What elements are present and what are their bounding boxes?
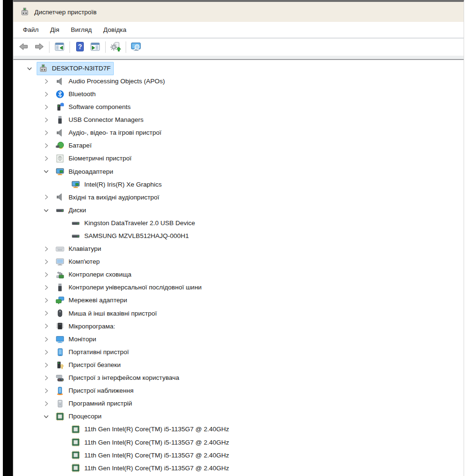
chevron-right-icon[interactable] [41, 282, 51, 293]
tree-item-content[interactable]: Батареї [53, 139, 94, 152]
chevron-right-icon[interactable] [41, 102, 51, 112]
tree-row[interactable]: Біометричні пристрої [13, 152, 464, 165]
menu-item-menu-action[interactable]: Дія [44, 24, 65, 36]
chevron-right-icon[interactable] [41, 386, 51, 396]
chevron-right-icon[interactable] [41, 347, 51, 357]
scan-hardware-changes-button[interactable] [108, 40, 123, 54]
tree-item-content[interactable]: USB Connector Managers [53, 113, 147, 127]
chevron-down-icon[interactable] [41, 166, 51, 177]
chevron-right-icon[interactable] [41, 89, 51, 99]
tree-item-content[interactable]: Intel(R) Iris(R) Xe Graphics [69, 178, 165, 191]
tree-item-content[interactable]: 11th Gen Intel(R) Core(TM) i5-1135G7 @ 2… [69, 436, 232, 449]
tree-item-content[interactable]: Пристрої безпеки [53, 358, 123, 372]
tree-item-content[interactable]: Відеоадаптери [53, 165, 116, 178]
chevron-right-icon[interactable] [41, 269, 51, 280]
forward-button[interactable] [31, 40, 47, 54]
tree-row[interactable]: 11th Gen Intel(R) Core(TM) i5-1135G7 @ 2… [13, 449, 464, 462]
tree-row[interactable]: Програмний пристрій [13, 397, 464, 410]
tree-item-content[interactable]: Клавіатури [53, 242, 104, 256]
tree-row[interactable]: Intel(R) Iris(R) Xe Graphics [13, 178, 464, 191]
search-computer-button[interactable] [129, 40, 144, 54]
tree-item-content[interactable]: Біометричні пристрої [53, 152, 134, 165]
tree-row[interactable]: Монітори [13, 333, 464, 346]
tree-item-content[interactable]: DESKTOP-N3ITD7F [37, 62, 114, 75]
chevron-right-icon[interactable] [41, 295, 51, 306]
tree-item-content[interactable]: 11th Gen Intel(R) Core(TM) i5-1135G7 @ 2… [69, 448, 232, 462]
tree-item-content[interactable]: Процесори [53, 410, 104, 423]
tree-item-content[interactable]: Портативні пристрої [53, 346, 132, 359]
tree-row[interactable]: 11th Gen Intel(R) Core(TM) i5-1135G7 @ 2… [13, 436, 464, 449]
tree-row[interactable]: Пристрої безпеки [13, 358, 464, 371]
tree-row[interactable]: Мережеві адаптери [13, 294, 464, 307]
tree-item-content[interactable]: Мережеві адаптери [53, 294, 130, 307]
chevron-right-icon[interactable] [41, 244, 51, 254]
tree-row[interactable]: Аудіо-, відео- та ігрові пристрої [13, 126, 464, 139]
properties-button[interactable] [88, 40, 103, 54]
chevron-right-icon[interactable] [41, 140, 51, 151]
tree-item-content[interactable]: Миша й інші вказівні пристрої [53, 307, 160, 320]
tree-item-content[interactable]: Kingston DataTraveler 2.0 USB Device [69, 217, 198, 230]
chevron-right-icon[interactable] [41, 192, 51, 202]
tree-row[interactable]: Клавіатури [13, 242, 464, 255]
menu-item-menu-file[interactable]: Файл [17, 24, 44, 36]
tree-row[interactable]: Комп'ютер [13, 255, 464, 268]
chevron-right-icon[interactable] [41, 321, 51, 331]
tree-row[interactable]: 11th Gen Intel(R) Core(TM) i5-1135G7 @ 2… [13, 462, 464, 475]
tree-row[interactable]: DESKTOP-N3ITD7F [13, 62, 464, 75]
tree-row[interactable]: Мікропрограма: [13, 320, 464, 333]
chevron-right-icon[interactable] [41, 257, 51, 267]
tree-row[interactable]: Kingston DataTraveler 2.0 USB Device [13, 217, 464, 229]
menu-item-menu-help[interactable]: Довідка [98, 24, 132, 36]
chevron-right-icon[interactable] [41, 398, 51, 409]
tree-item-content[interactable]: Пристрої з інтерфейсом користувача [53, 371, 182, 385]
chevron-right-icon[interactable] [41, 115, 51, 125]
tree-item-content[interactable]: Комп'ютер [53, 255, 102, 268]
tree-row[interactable]: Bluetooth [13, 88, 464, 100]
tree-row[interactable]: Audio Processing Objects (APOs) [13, 75, 464, 88]
tree-row[interactable]: Вхідні та вихідні аудіопристрої [13, 191, 464, 204]
tree-item-content[interactable]: Контролери універсальної послідовної шин… [53, 281, 205, 294]
tree-row[interactable]: Контролери сховища [13, 268, 464, 281]
tree-item-content[interactable]: Вхідні та вихідні аудіопристрої [53, 190, 162, 204]
tree-row[interactable]: Портативні пристрої [13, 346, 464, 358]
tree-row[interactable]: USB Connector Managers [13, 113, 464, 126]
tree-item-content[interactable]: Програмний пристрій [53, 397, 135, 410]
tree-row[interactable]: Пристрої наближення [13, 384, 464, 397]
tree-row[interactable]: 11th Gen Intel(R) Core(TM) i5-1135G7 @ 2… [13, 423, 464, 436]
chevron-right-icon[interactable] [41, 128, 51, 138]
chevron-right-icon[interactable] [41, 334, 51, 345]
tree-row[interactable]: SAMSUNG MZVLB512HAJQ-000H1 [13, 229, 464, 242]
tree-row[interactable]: Відеоадаптери [13, 165, 464, 178]
tree-item-content[interactable]: 11th Gen Intel(R) Core(TM) i5-1135G7 @ 2… [69, 461, 232, 475]
chevron-right-icon[interactable] [41, 373, 51, 383]
tree-item-content[interactable]: Мікропрограма: [53, 319, 118, 333]
tree-item-content[interactable]: Аудіо-, відео- та ігрові пристрої [53, 126, 164, 139]
tree-row[interactable]: Батареї [13, 139, 464, 152]
show-console-tree-button[interactable] [52, 40, 67, 54]
tree-item-content[interactable]: 11th Gen Intel(R) Core(TM) i5-1135G7 @ 2… [69, 423, 232, 436]
chevron-right-icon[interactable] [41, 76, 51, 87]
tree-row[interactable]: Процесори [13, 410, 464, 423]
tree-item-content[interactable]: Контролери сховища [53, 268, 134, 281]
back-button[interactable] [16, 40, 31, 54]
tree-item-content[interactable]: Bluetooth [53, 88, 99, 101]
chevron-down-icon[interactable] [41, 205, 51, 216]
tree-item-content[interactable]: Software components [53, 100, 134, 114]
chevron-right-icon[interactable] [41, 153, 51, 164]
tree-item-content[interactable]: Монітори [53, 333, 99, 346]
chevron-right-icon[interactable] [41, 308, 51, 318]
chevron-down-icon[interactable] [41, 411, 51, 422]
help-button[interactable]: ? [72, 40, 88, 54]
chevron-right-icon[interactable] [41, 360, 51, 370]
tree-item-content[interactable]: Диски [53, 204, 89, 217]
tree-row[interactable]: Software components [13, 100, 464, 113]
tree-row[interactable]: Миша й інші вказівні пристрої [13, 307, 464, 320]
tree-row[interactable]: Диски [13, 204, 464, 217]
tree-row[interactable]: Пристрої з інтерфейсом користувача [13, 371, 464, 384]
tree-row[interactable]: Контролери універсальної послідовної шин… [13, 281, 464, 294]
tree-item-content[interactable]: Пристрої наближення [53, 384, 136, 397]
menu-item-menu-view[interactable]: Вигляд [65, 24, 98, 36]
chevron-down-icon[interactable] [24, 63, 35, 74]
tree-item-content[interactable]: Audio Processing Objects (APOs) [53, 75, 168, 88]
tree-item-content[interactable]: SAMSUNG MZVLB512HAJQ-000H1 [69, 229, 192, 243]
